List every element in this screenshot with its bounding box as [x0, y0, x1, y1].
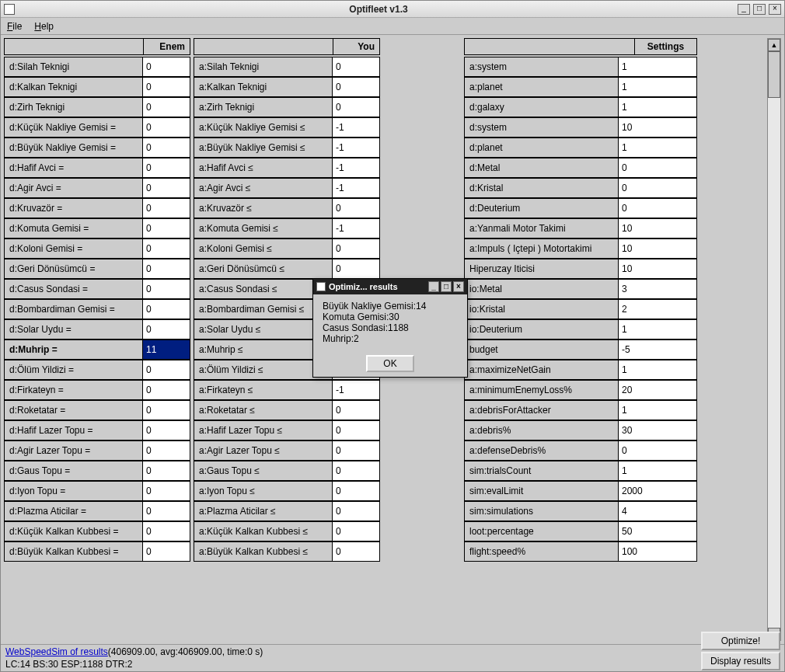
table-row[interactable]: a:Iyon Topu ≤0: [194, 481, 380, 501]
table-row[interactable]: a:Komuta Gemisi ≤-1: [194, 218, 380, 239]
table-row[interactable]: a:Koloni Gemisi ≤0: [194, 239, 380, 259]
row-value-input[interactable]: 0: [333, 461, 379, 480]
row-value-input[interactable]: 0: [619, 158, 696, 177]
row-value-input[interactable]: 1: [619, 320, 696, 339]
vertical-scrollbar[interactable]: ▲ ▼: [767, 38, 781, 641]
table-row[interactable]: d:Metal0: [464, 158, 697, 178]
row-value-input[interactable]: 0: [143, 542, 190, 561]
table-row[interactable]: a:Hafif Avci ≤-1: [194, 158, 380, 178]
row-value-input[interactable]: -1: [333, 138, 379, 157]
table-row[interactable]: io:Deuterium1: [464, 319, 697, 339]
table-row[interactable]: a:Plazma Aticilar ≤0: [194, 501, 380, 521]
row-value-input[interactable]: 0: [143, 360, 190, 379]
row-value-input[interactable]: 30: [619, 421, 696, 440]
table-row[interactable]: d:Roketatar =0: [4, 400, 190, 420]
table-row[interactable]: a:system1: [464, 57, 697, 77]
table-row[interactable]: d:Hafif Avci =0: [4, 158, 190, 178]
row-value-input[interactable]: -5: [619, 340, 696, 359]
row-value-input[interactable]: -1: [333, 118, 379, 137]
table-row[interactable]: d:Casus Sondasi =0: [4, 279, 190, 299]
row-value-input[interactable]: 10: [619, 118, 696, 137]
table-row[interactable]: d:Hafif Lazer Topu =0: [4, 420, 190, 440]
row-value-input[interactable]: 20: [619, 381, 696, 399]
table-row[interactable]: d:Komuta Gemisi =0: [4, 218, 190, 239]
row-value-input[interactable]: 0: [333, 199, 379, 218]
row-value-input[interactable]: 0: [333, 239, 379, 258]
table-row[interactable]: d:Büyük Nakliye Gemisi =0: [4, 138, 190, 158]
table-row[interactable]: sim:trialsCount1: [464, 461, 697, 481]
table-row[interactable]: a:Zirh Teknigi0: [194, 97, 380, 117]
table-row[interactable]: d:Geri Dönüsümcü =0: [4, 259, 190, 279]
optimize-button[interactable]: Optimize!: [701, 632, 780, 650]
row-value-input[interactable]: 0: [333, 441, 379, 460]
row-value-input[interactable]: 100: [619, 542, 696, 561]
dialog-ok-button[interactable]: OK: [366, 355, 413, 372]
table-row[interactable]: io:Kristal2: [464, 299, 697, 319]
table-row[interactable]: a:Gaus Topu ≤0: [194, 461, 380, 481]
row-value-input[interactable]: 1: [619, 98, 696, 117]
dialog-titlebar[interactable]: Optimiz... results _ □ ×: [313, 279, 467, 294]
row-value-input[interactable]: 1: [619, 401, 696, 420]
row-value-input[interactable]: 0: [143, 219, 190, 238]
row-value-input[interactable]: 0: [143, 441, 190, 460]
table-row[interactable]: d:Kalkan Teknigi0: [4, 77, 190, 97]
menu-help[interactable]: Help: [34, 21, 54, 32]
table-row[interactable]: d:Kruvazör =0: [4, 198, 190, 218]
table-row[interactable]: d:Küçük Kalkan Kubbesi =0: [4, 521, 190, 541]
row-value-input[interactable]: 11: [143, 340, 190, 359]
table-row[interactable]: d:Firkateyn =0: [4, 380, 190, 400]
row-value-input[interactable]: -1: [333, 381, 379, 399]
table-row[interactable]: a:Yanmali Motor Takimi10: [464, 218, 697, 239]
row-value-input[interactable]: 10: [619, 259, 696, 278]
row-value-input[interactable]: 0: [143, 179, 190, 197]
table-row[interactable]: a:Kruvazör ≤0: [194, 198, 380, 218]
row-value-input[interactable]: 0: [333, 98, 379, 117]
table-row[interactable]: d:galaxy1: [464, 97, 697, 117]
row-value-input[interactable]: 1: [619, 360, 696, 379]
menu-file[interactable]: File: [7, 21, 22, 32]
table-row[interactable]: a:debris%30: [464, 420, 697, 440]
row-value-input[interactable]: 0: [143, 239, 190, 258]
row-value-input[interactable]: 0: [143, 320, 190, 339]
table-row[interactable]: d:Büyük Kalkan Kubbesi =0: [4, 541, 190, 562]
row-value-input[interactable]: 0: [619, 199, 696, 218]
row-value-input[interactable]: 50: [619, 522, 696, 541]
dialog-maximize-button[interactable]: □: [441, 281, 452, 292]
table-row[interactable]: a:Agir Lazer Topu ≤0: [194, 440, 380, 461]
table-row[interactable]: d:Muhrip =11: [4, 339, 190, 360]
table-row[interactable]: d:Solar Uydu =0: [4, 319, 190, 339]
row-value-input[interactable]: 0: [333, 259, 379, 278]
row-value-input[interactable]: 0: [333, 482, 379, 500]
row-value-input[interactable]: 1: [619, 78, 696, 96]
row-value-input[interactable]: 4: [619, 502, 696, 521]
table-row[interactable]: d:Küçük Nakliye Gemisi =0: [4, 117, 190, 138]
table-row[interactable]: d:Agir Lazer Topu =0: [4, 440, 190, 461]
table-row[interactable]: d:planet1: [464, 138, 697, 158]
row-value-input[interactable]: 3: [619, 280, 696, 298]
maximize-button[interactable]: □: [753, 4, 766, 15]
row-value-input[interactable]: 1: [619, 138, 696, 157]
webspeedsim-link[interactable]: WebSpeedSim of results: [5, 646, 108, 657]
row-value-input[interactable]: 0: [143, 199, 190, 218]
table-row[interactable]: a:Hafif Lazer Topu ≤0: [194, 420, 380, 440]
table-row[interactable]: Hiperuzay Iticisi10: [464, 259, 697, 279]
titlebar[interactable]: Optifleet v1.3 _ □ ×: [1, 1, 784, 18]
close-button[interactable]: ×: [769, 4, 781, 15]
row-value-input[interactable]: 10: [619, 219, 696, 238]
table-row[interactable]: a:Impuls ( Içtepi ) Motortakimi10: [464, 239, 697, 259]
table-row[interactable]: d:Deuterium0: [464, 198, 697, 218]
table-row[interactable]: io:Metal3: [464, 279, 697, 299]
table-row[interactable]: a:Küçük Kalkan Kubbesi ≤0: [194, 521, 380, 541]
table-row[interactable]: a:Roketatar ≤0: [194, 400, 380, 420]
minimize-button[interactable]: _: [738, 4, 750, 15]
row-value-input[interactable]: 0: [143, 461, 190, 480]
table-row[interactable]: a:Kalkan Teknigi0: [194, 77, 380, 97]
table-row[interactable]: flight:speed%100: [464, 541, 697, 562]
table-row[interactable]: a:Firkateyn ≤-1: [194, 380, 380, 400]
table-row[interactable]: a:Agir Avci ≤-1: [194, 178, 380, 198]
table-row[interactable]: a:Küçük Nakliye Gemisi ≤-1: [194, 117, 380, 138]
table-row[interactable]: a:maximizeNetGain1: [464, 360, 697, 380]
display-results-button[interactable]: Display results: [701, 652, 780, 670]
table-row[interactable]: a:Geri Dönüsümcü ≤0: [194, 259, 380, 279]
row-value-input[interactable]: 0: [143, 300, 190, 319]
